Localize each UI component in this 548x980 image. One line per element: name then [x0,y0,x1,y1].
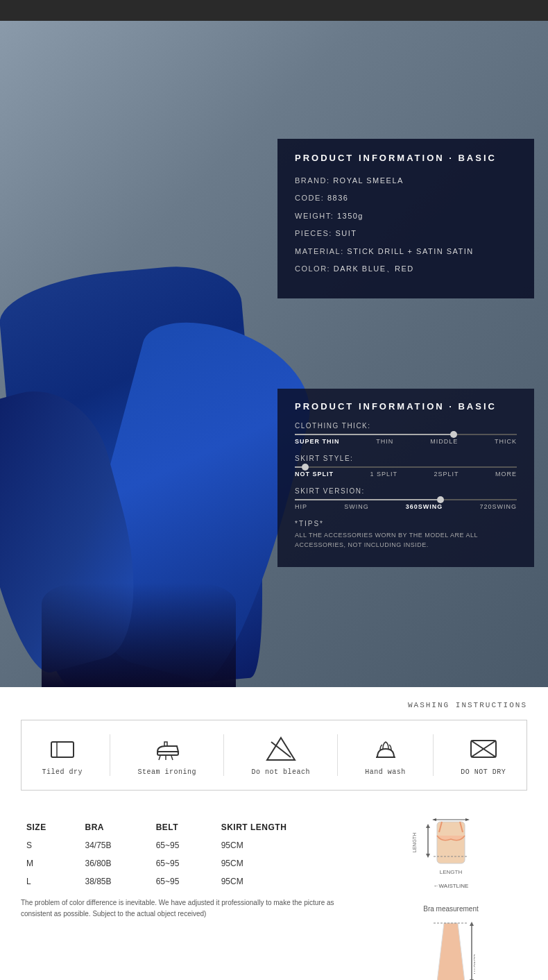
slider-labels-2: NOT SPLIT 1 SPLIT 2SPLIT MORE [295,471,517,478]
skirt-version-label: SKIRT VERSION: [295,487,517,495]
svg-marker-27 [470,922,474,926]
top-bar [0,0,548,21]
table-row: M 36/80B 65~95 95CM [21,854,361,872]
svg-rect-2 [157,752,178,755]
weight-label: WEIGHT: [295,212,337,220]
slider-thumb-2 [302,464,309,471]
brand-value: ROYAL SMEELA [333,176,404,185]
washing-title: WASHING INSTRUCTIONS [21,701,527,709]
skirt-m: 95CM [216,854,361,872]
info-pieces: PIECES: SUIT [295,228,517,239]
clothing-thick-track: SUPER THIN THIN MIDDLE THICK [295,434,517,445]
svg-text:←WAISTLINE: ←WAISTLINE [434,883,469,889]
slider-track-3 [295,499,517,500]
size-m: M [21,854,79,872]
wash-divider-4 [433,734,434,776]
hand-wash-icon [368,735,403,763]
skirt-style-label: SKIRT STYLE: [295,455,517,462]
label-thick: THICK [495,438,517,445]
svg-rect-12 [437,822,465,863]
wash-item-hand-wash: Hand wash [365,735,406,776]
label-360swing: 360SWING [406,503,443,510]
skirt-svg: LENGTH [427,920,475,980]
color-value: DARK BLUE、RED [334,264,414,273]
no-dry-icon [466,735,501,763]
bra-m: 36/80B [79,854,150,872]
skirt-l: 95CM [216,872,361,890]
hero-section: PRODUCT INFORMATION · BASIC BRAND: ROYAL… [0,21,548,687]
svg-text:LENGTH: LENGTH [413,833,417,852]
skirt-style-slider: SKIRT STYLE: NOT SPLIT 1 SPLIT 2SPLIT MO… [295,455,517,478]
size-table-wrap: SIZE BRA BELT SKIRT LENGTH S 34/75B 65~9… [21,818,527,980]
skirt-style-track: NOT SPLIT 1 SPLIT 2SPLIT MORE [295,466,517,478]
label-2-split: 2SPLIT [434,471,459,478]
col-size: SIZE [21,818,79,836]
svg-text:LENGTH: LENGTH [473,954,475,974]
svg-marker-22 [432,818,436,821]
code-label: CODE: [295,194,327,202]
size-table: SIZE BRA BELT SKIRT LENGTH S 34/75B 65~9… [21,818,361,890]
code-value: 8836 [327,194,348,202]
slider-fill-3 [295,499,441,500]
no-dry-label: DO NOT DRY [461,768,506,776]
clothing-thick-label: CLOTHING THICK: [295,422,517,430]
slider-labels-1: SUPER THIN THIN MIDDLE THICK [295,438,517,445]
wash-item-tiled-dry: Tiled dry [42,735,83,776]
skirt-version-slider: SKIRT VERSION: HIP SWING 360SWING 720SWI… [295,487,517,510]
label-more: MORE [495,471,517,478]
panel-2-title: PRODUCT INFORMATION · BASIC [295,401,517,412]
dress-dark-trim [42,583,236,687]
bra-s: 34/75B [79,836,150,854]
washing-box: Tiled dry Steam ironing [21,720,527,791]
label-720swing: 720SWING [479,503,517,510]
size-l: L [21,872,79,890]
material-label: MATERIAL: [295,247,347,255]
info-weight: WEIGHT: 1350g [295,211,517,221]
label-super-thin: SUPER THIN [295,438,340,445]
size-note-1: The problem of color difference is inevi… [21,897,361,920]
label-1-split: 1 SPLIT [370,471,397,478]
bra-measurement-label: Bra measurement [423,905,478,913]
product-info-panel-2: PRODUCT INFORMATION · BASIC CLOTHING THI… [277,389,534,567]
steam-iron-label: Steam ironing [138,768,197,776]
slider-track-1 [295,434,517,435]
washing-section: WASHING INSTRUCTIONS Tiled dry [0,687,548,804]
slider-track-2 [295,466,517,468]
no-bleach-icon [264,735,298,763]
col-bra: BRA [79,818,150,836]
wash-divider-3 [337,734,338,776]
clothing-thick-slider: CLOTHING THICK: SUPER THIN THIN MIDDLE T… [295,422,517,445]
size-table-left: SIZE BRA BELT SKIRT LENGTH S 34/75B 65~9… [21,818,361,980]
col-belt: BELT [151,818,216,836]
label-not-split: NOT SPLIT [295,471,334,478]
info-material: MATERIAL: STICK DRILL + SATIN SATIN [295,246,517,257]
table-row: S 34/75B 65~95 95CM [21,836,361,854]
wash-item-steam-iron: Steam ironing [138,735,197,776]
no-bleach-label: Do not bleach [251,768,310,776]
material-value: STICK DRILL + SATIN SATIN [347,247,473,255]
size-s: S [21,836,79,854]
wash-divider-2 [223,734,224,776]
wash-divider-1 [110,734,110,776]
pieces-value: SUIT [335,229,357,237]
bra-measurement-svg: LENGTH LENGTH ←WAISTLINE [413,818,489,902]
panel-1-title: PRODUCT INFORMATION · BASIC [295,153,517,163]
svg-marker-17 [426,824,430,828]
size-illustrations: LENGTH LENGTH ←WAISTLINE Bra measurement… [375,818,527,980]
tips-section: *TIPS* ALL THE ACCESSORIES WORN BY THE M… [295,520,517,550]
svg-line-6 [171,756,173,760]
slider-fill-1 [295,434,454,435]
label-middle: MIDDLE [430,438,458,445]
col-skirt-length: SKIRT LENGTH [216,818,361,836]
belt-s: 65~95 [151,836,216,854]
pieces-label: PIECES: [295,229,335,237]
svg-line-4 [159,756,160,760]
svg-text:LENGTH: LENGTH [440,869,463,875]
label-hip: HIP [295,503,307,510]
size-section: SIZE BRA BELT SKIRT LENGTH S 34/75B 65~9… [0,804,548,980]
info-brand: BRAND: ROYAL SMEELA [295,176,517,186]
hand-wash-label: Hand wash [365,768,406,776]
bra-l: 38/85B [79,872,150,890]
belt-l: 65~95 [151,872,216,890]
info-code: CODE: 8836 [295,193,517,203]
